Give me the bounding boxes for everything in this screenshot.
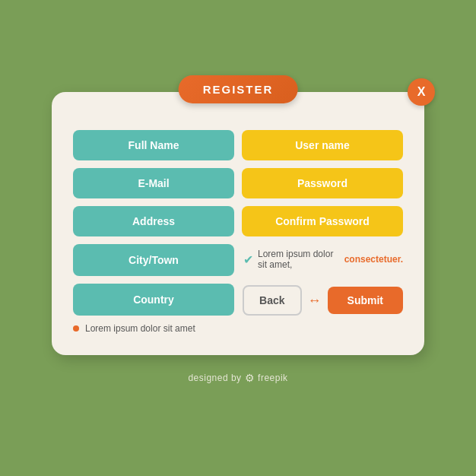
- error-dot-icon: [73, 325, 79, 332]
- password-field[interactable]: Password: [242, 168, 403, 198]
- city-town-field[interactable]: City/Town: [73, 244, 234, 276]
- address-field[interactable]: Address: [73, 206, 234, 236]
- footer-designed-by: designed by: [188, 373, 241, 383]
- submit-button[interactable]: Submit: [328, 287, 403, 314]
- username-field[interactable]: User name: [242, 130, 403, 160]
- register-badge: REGISTER: [179, 75, 298, 103]
- error-text: Lorem ipsum dolor sit amet: [85, 323, 195, 334]
- register-form-card: REGISTER X Full Name User name E-Mail Pa…: [52, 92, 424, 355]
- action-buttons-row: Back ↔ Submit: [242, 285, 403, 316]
- footer-brand: freepik: [258, 373, 288, 383]
- info-text-main: Lorem ipsum dolor sit amet,: [258, 249, 341, 270]
- info-text-link[interactable]: consectetuer.: [344, 254, 403, 265]
- check-icon: ✔: [243, 252, 253, 267]
- form-fields-grid: Full Name User name E-Mail Password Addr…: [73, 130, 403, 316]
- close-button[interactable]: X: [408, 78, 435, 106]
- footer: designed by ⚙ freepik: [188, 372, 287, 384]
- back-button[interactable]: Back: [243, 285, 301, 316]
- country-field[interactable]: Country: [73, 284, 234, 316]
- email-field[interactable]: E-Mail: [73, 168, 234, 198]
- info-text-row: ✔ Lorem ipsum dolor sit amet, consectetu…: [242, 249, 403, 270]
- arrow-icon: ↔: [308, 293, 322, 309]
- full-name-field[interactable]: Full Name: [73, 130, 234, 160]
- confirm-password-field[interactable]: Confirm Password: [242, 206, 403, 236]
- freepik-logo-icon: ⚙: [245, 372, 255, 384]
- error-row: Lorem ipsum dolor sit amet: [73, 323, 403, 334]
